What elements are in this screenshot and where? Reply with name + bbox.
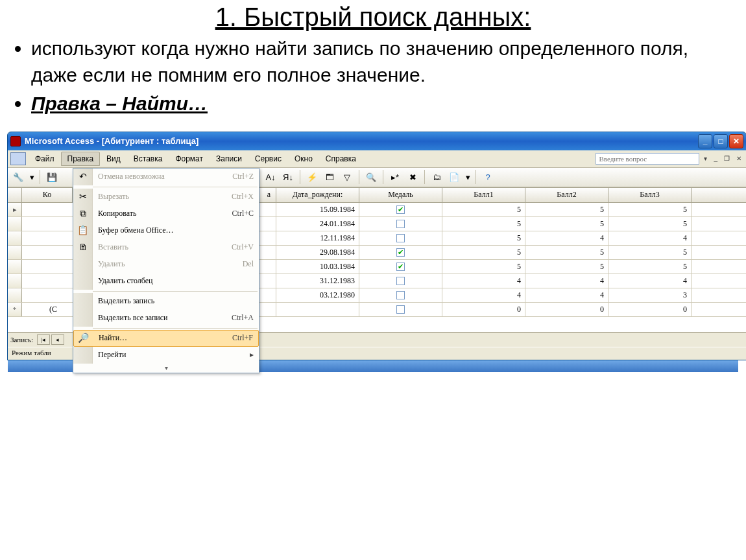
menu-view[interactable]: Вид: [100, 152, 127, 166]
cell-ball1[interactable]: 4: [442, 274, 525, 288]
cell-ball3[interactable]: 5: [608, 217, 692, 231]
col-head-medal[interactable]: Медаль: [359, 188, 442, 202]
save-button[interactable]: 💾: [44, 169, 60, 185]
checkbox-icon[interactable]: [396, 305, 405, 314]
mdi-minimize-icon[interactable]: _: [712, 155, 719, 162]
menu-item-буфер-обмена-office-[interactable]: 📋Буфер обмена Office…: [73, 222, 259, 239]
cell-date[interactable]: 03.12.1980: [276, 288, 359, 302]
new-record-button[interactable]: ▸*: [387, 169, 403, 185]
doc-icon[interactable]: [10, 152, 26, 165]
apply-filter-button[interactable]: ▽: [339, 169, 355, 185]
cell-medal[interactable]: ✔: [359, 246, 442, 259]
cell-ball1[interactable]: 4: [442, 288, 525, 302]
row-selector[interactable]: ▸: [8, 203, 22, 216]
cell-date[interactable]: 31.12.1983: [276, 274, 359, 288]
menu-window[interactable]: Окно: [288, 152, 319, 166]
cell-medal[interactable]: ✔: [359, 203, 442, 216]
checkbox-icon[interactable]: [396, 234, 405, 242]
find-button[interactable]: 🔍: [363, 169, 379, 185]
mdi-close-icon[interactable]: ✕: [734, 155, 743, 162]
cell-ball2[interactable]: 5: [525, 246, 608, 259]
menu-item-выделить-все-записи[interactable]: Выделить все записиCtrl+A: [73, 310, 259, 327]
cell-medal[interactable]: [359, 274, 442, 288]
cell-date[interactable]: 29.08.1984: [276, 246, 359, 259]
menu-format[interactable]: Формат: [169, 152, 210, 166]
cell-date[interactable]: 10.03.1984: [276, 260, 359, 274]
cell-ball2[interactable]: 4: [525, 274, 608, 288]
first-record-button[interactable]: |◂: [37, 334, 50, 345]
cell-ball1[interactable]: 5: [442, 231, 525, 245]
cell-ball3[interactable]: 5: [608, 246, 692, 259]
menu-edit[interactable]: Правка: [61, 152, 101, 166]
cell-medal[interactable]: [359, 231, 442, 245]
cell-ball3[interactable]: 5: [608, 260, 692, 274]
cell-date[interactable]: 15.09.1984: [276, 203, 359, 216]
cell-date[interactable]: [276, 303, 359, 316]
help-search-input[interactable]: [596, 153, 699, 165]
prev-record-button[interactable]: ◂: [51, 334, 64, 345]
help-button[interactable]: ?: [480, 169, 496, 185]
new-object-dropdown-icon[interactable]: ▾: [464, 169, 472, 185]
col-head-ball2[interactable]: Балл2: [525, 188, 608, 202]
cell-ball2[interactable]: 5: [525, 260, 608, 274]
view-dropdown-icon[interactable]: ▾: [28, 169, 36, 185]
database-window-button[interactable]: 🗂: [429, 169, 444, 185]
filter-by-selection-button[interactable]: ⚡: [304, 169, 320, 185]
cell-ball2[interactable]: 4: [525, 288, 608, 302]
cell-ball3[interactable]: 0: [608, 303, 692, 316]
cell-ball2[interactable]: 5: [525, 203, 608, 216]
menu-insert[interactable]: Вставка: [127, 152, 169, 166]
menu-file[interactable]: Файл: [29, 152, 61, 166]
col-head-0[interactable]: Ко: [22, 188, 73, 202]
close-button[interactable]: ✕: [729, 134, 743, 148]
cell-date[interactable]: 24.01.1984: [276, 217, 359, 231]
row-selector[interactable]: [8, 288, 22, 302]
cell-ball1[interactable]: 5: [442, 260, 525, 274]
view-button[interactable]: 🔧: [10, 169, 26, 185]
cell-ball2[interactable]: 5: [525, 217, 608, 231]
cell-ball2[interactable]: 0: [525, 303, 608, 316]
row-selector[interactable]: [8, 274, 22, 288]
mdi-restore-icon[interactable]: ❐: [722, 155, 732, 162]
menu-item-копировать[interactable]: ⧉КопироватьCtrl+C: [73, 205, 259, 222]
menu-expand-icon[interactable]: ▾: [73, 364, 259, 373]
cell-ball1[interactable]: 5: [442, 217, 525, 231]
menu-item-перейти[interactable]: Перейти▸: [73, 347, 259, 364]
cell-ball1[interactable]: 5: [442, 246, 525, 259]
menu-item-удалить-столбец[interactable]: Удалить столбец: [73, 273, 259, 290]
new-object-button[interactable]: 📄: [446, 169, 462, 185]
cell-ball3[interactable]: 4: [608, 274, 692, 288]
cell-ball3[interactable]: 5: [608, 203, 692, 216]
cell-medal[interactable]: [359, 217, 442, 231]
row-selector-header[interactable]: [8, 188, 22, 202]
cell-date[interactable]: 12.11.1984: [276, 231, 359, 245]
maximize-button[interactable]: □: [714, 134, 728, 148]
delete-record-button[interactable]: ✖: [405, 169, 420, 185]
cell-ball1[interactable]: 5: [442, 203, 525, 216]
cell-ball3[interactable]: 4: [608, 231, 692, 245]
row-selector[interactable]: [8, 246, 22, 259]
cell-medal[interactable]: ✔: [359, 260, 442, 274]
menu-item-выделить-запись[interactable]: Выделить запись: [73, 293, 259, 310]
row-selector[interactable]: [8, 231, 22, 245]
checkbox-icon[interactable]: ✔: [396, 262, 405, 271]
cell-ball1[interactable]: 0: [442, 303, 525, 316]
sort-desc-button[interactable]: Я↓: [280, 169, 296, 185]
col-head-ball3[interactable]: Балл3: [608, 188, 692, 202]
help-dropdown-icon[interactable]: ▾: [702, 155, 709, 162]
row-selector[interactable]: [8, 217, 22, 231]
col-head-ball1[interactable]: Балл1: [442, 188, 525, 202]
menu-help[interactable]: Справка: [319, 152, 363, 166]
checkbox-icon[interactable]: ✔: [396, 248, 405, 257]
cell-ball2[interactable]: 4: [525, 231, 608, 245]
cell-medal[interactable]: [359, 303, 442, 316]
menu-item-найти-[interactable]: 🔎Найти…Ctrl+F: [73, 330, 259, 347]
sort-asc-button[interactable]: A↓: [263, 169, 278, 185]
col-head-date[interactable]: Дата_рождени:: [276, 188, 359, 202]
row-selector[interactable]: [8, 260, 22, 274]
minimize-button[interactable]: _: [698, 134, 712, 148]
checkbox-icon[interactable]: [396, 277, 405, 285]
titlebar[interactable]: Microsoft Access - [Абитуриент : таблица…: [8, 132, 746, 150]
filter-by-form-button[interactable]: 🗔: [322, 169, 337, 185]
cell-medal[interactable]: [359, 288, 442, 302]
